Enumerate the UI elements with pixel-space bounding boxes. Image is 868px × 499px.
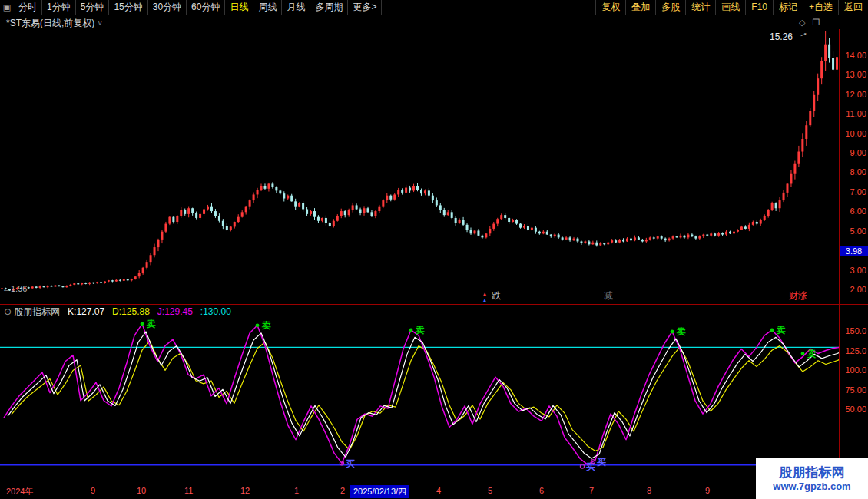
watermark-url: www.7gpzb.com — [773, 481, 850, 493]
time-axis-label: 11 — [184, 486, 193, 495]
indicator-value: D:125.88 — [112, 306, 150, 317]
svg-text:卖: 卖 — [146, 319, 156, 329]
tools-menu: 复权叠加多股统计画线F10标记+自选返回 — [595, 0, 868, 15]
diamond-icon[interactable]: ◇ — [799, 18, 805, 28]
svg-text:减: 减 — [604, 290, 613, 301]
price-tag: 3.98 — [840, 246, 868, 256]
menubar: ▣ 分时1分钟5分钟15分钟30分钟60分钟日线周线月线多周期更多> 复权叠加多… — [0, 0, 868, 15]
price-axis-label: 6.00 — [840, 207, 866, 216]
svg-text:卖: 卖 — [261, 320, 271, 331]
menu-item-叠加[interactable]: 叠加 — [625, 0, 655, 15]
svg-text:卖: 卖 — [415, 325, 425, 335]
time-axis-label: 12 — [240, 486, 250, 495]
stock-title: *ST东易(日线,前复权) — [6, 18, 94, 28]
svg-text:跌: 跌 — [492, 290, 501, 301]
indicator-axis-label: 125.0 — [840, 346, 866, 355]
menu-item-1分钟[interactable]: 1分钟 — [42, 0, 76, 15]
menu-item-日线[interactable]: 日线 — [225, 0, 253, 15]
panel-divider-top — [0, 304, 868, 305]
watermark-site-name: 股朋指标网 — [780, 465, 845, 481]
price-axis-label: 2.00 — [840, 285, 866, 294]
svg-text:▲: ▲ — [482, 297, 488, 304]
menu-item-周线[interactable]: 周线 — [253, 0, 282, 15]
menu-item-F10[interactable]: F10 — [745, 0, 773, 15]
menu-item-30分钟[interactable]: 30分钟 — [148, 0, 187, 15]
time-axis-label: 2 — [340, 486, 345, 495]
menu-item-更多>[interactable]: 更多> — [348, 0, 382, 15]
menu-item-画线[interactable]: 画线 — [715, 0, 745, 15]
time-axis-label: 9 — [705, 486, 710, 495]
time-axis-label: 7 — [589, 486, 594, 495]
menu-item-5分钟[interactable]: 5分钟 — [76, 0, 110, 15]
price-axis-label: 3.00 — [840, 266, 866, 275]
menu-item-分时[interactable]: 分时 — [14, 0, 42, 15]
chart-corner-icons: ◇ ❐ — [799, 18, 820, 28]
menu-item-+自选[interactable]: +自选 — [803, 0, 838, 15]
time-axis-label: 10 — [137, 486, 146, 495]
svg-text:→: → — [796, 29, 810, 41]
price-axis-label: 11.00 — [840, 109, 866, 118]
menu-item-统计[interactable]: 统计 — [685, 0, 715, 15]
stock-titlebar: *ST东易(日线,前复权)˅ — [6, 17, 102, 30]
menu-item-月线[interactable]: 月线 — [282, 0, 310, 15]
svg-text:卖: 卖 — [807, 349, 817, 359]
indicator-toggle-icon[interactable]: ⊙ — [4, 306, 12, 317]
menu-item-多股[interactable]: 多股 — [655, 0, 685, 15]
time-axis-label: 2024年 — [6, 486, 33, 497]
menu-item-60分钟[interactable]: 60分钟 — [187, 0, 225, 15]
kdj-indicator-chart[interactable]: 卖卖卖卖卖卖买买买 — [0, 304, 839, 484]
svg-text:财涨: 财涨 — [789, 290, 807, 301]
time-axis-label: 1 — [294, 486, 299, 495]
indicator-axis-label: 75.00 — [840, 385, 866, 395]
window-icon[interactable]: ▣ — [0, 0, 14, 15]
price-axis-label: 7.00 — [840, 187, 866, 197]
indicator-value: :130.00 — [200, 306, 231, 317]
price-axis-label: 13.00 — [840, 70, 866, 79]
svg-text:卖: 卖 — [776, 325, 786, 335]
svg-text:卖: 卖 — [676, 326, 686, 337]
price-axis-label: 14.00 — [840, 51, 866, 60]
price-axis-label: 8.00 — [840, 167, 866, 177]
menu-item-多周期[interactable]: 多周期 — [310, 0, 348, 15]
watermark: 股朋指标网 www.7gpzb.com — [756, 458, 868, 499]
menu-item-标记[interactable]: 标记 — [773, 0, 803, 15]
indicator-titlebar: ⊙股朋指标网K:127.07D:125.88J:129.45:130.00 — [4, 306, 239, 319]
crosshair-date-badge: 2025/02/13/四 — [350, 485, 409, 498]
menu-item-15分钟[interactable]: 15分钟 — [109, 0, 147, 15]
svg-text:15.26: 15.26 — [770, 31, 793, 42]
trading-app-window: ▣ 分时1分钟5分钟15分钟30分钟60分钟日线周线月线多周期更多> 复权叠加多… — [0, 0, 868, 499]
indicator-axis-label: 100.0 — [840, 365, 866, 375]
chevron-down-icon[interactable]: ˅ — [98, 19, 102, 28]
axis-separator-line — [839, 29, 840, 499]
candlestick-chart[interactable]: 15.26→←1.96▲▲跌减财涨 — [0, 29, 839, 304]
menu-item-返回[interactable]: 返回 — [838, 0, 868, 15]
price-axis-label: 9.00 — [840, 148, 866, 157]
indicator-value: J:129.45 — [157, 306, 193, 317]
indicator-value: K:127.07 — [68, 306, 104, 317]
indicator-axis-label: 50.00 — [840, 405, 866, 414]
page-icon[interactable]: ❐ — [812, 18, 820, 28]
period-menu: 分时1分钟5分钟15分钟30分钟60分钟日线周线月线多周期更多> — [14, 0, 382, 15]
indicator-axis-label: 150.0 — [840, 326, 866, 335]
time-axis-label: 6 — [539, 486, 544, 495]
menu-item-复权[interactable]: 复权 — [595, 0, 625, 15]
time-axis-label: 4 — [436, 486, 441, 495]
price-axis-label: 10.00 — [840, 129, 866, 138]
price-axis-label: 5.00 — [840, 226, 866, 236]
time-axis: 2025/02/13/四 2024年910111212456789 — [0, 484, 868, 499]
price-axis-label: 12.00 — [840, 90, 866, 99]
time-axis-label: 8 — [647, 486, 651, 495]
time-axis-label: 9 — [91, 486, 95, 495]
time-axis-label: 5 — [488, 486, 492, 495]
indicator-name[interactable]: 股朋指标网 — [14, 306, 60, 317]
indicator-values: K:127.07D:125.88J:129.45:130.00 — [68, 306, 239, 317]
svg-text:←1.96: ←1.96 — [2, 284, 27, 293]
price-tag-value: 3.98 — [846, 246, 862, 256]
svg-text:买: 买 — [346, 458, 355, 469]
svg-text:买: 买 — [597, 457, 606, 468]
